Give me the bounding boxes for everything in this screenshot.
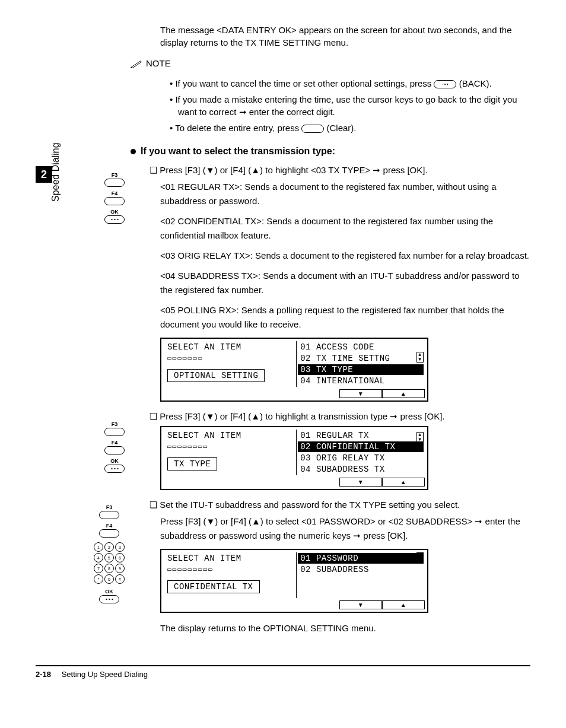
note-item: To delete the entire entry, press (Clear…: [178, 122, 530, 134]
lcd-item: 03 ORIG RELAY TX: [298, 453, 424, 463]
note-text: (BACK).: [459, 78, 492, 88]
lcd-item: [298, 587, 424, 597]
step-sub: <01 REGULAR TX>: Sends a document to the…: [160, 180, 530, 208]
side-label: Speed Dialing: [50, 142, 61, 202]
note-icon: [131, 59, 142, 68]
key-ok-label: OK: [105, 589, 113, 595]
lcd-box: CONFIDENTIAL TX: [167, 580, 260, 593]
key-stack-3: F3 F4 123 456 789 *0# OK ∘∘∘: [94, 504, 125, 603]
key-f3-label: F3: [112, 172, 118, 178]
key-ok: ∘∘∘: [104, 465, 125, 473]
key-stack-1: F3 F4 OK ∘∘∘: [104, 172, 125, 224]
lcd-item: 04 INTERNATIONAL: [298, 376, 424, 386]
lcd-progress: ▭▭▭▭▭▭▭▭▭: [167, 565, 292, 573]
lcd-title: SELECT AN ITEM: [167, 342, 292, 352]
step-sub: <03 ORIG RELAY TX>: Sends a document to …: [160, 249, 530, 263]
lcd-title: SELECT AN ITEM: [167, 431, 292, 440]
lcd-box: TX TYPE: [167, 457, 217, 471]
key-f4: [99, 529, 119, 538]
page-footer: 2-18 Setting Up Speed Dialing: [36, 665, 530, 679]
note-heading: NOTE: [131, 58, 530, 68]
back-button-icon: ◦∘∘: [434, 80, 456, 88]
step-sub: <04 SUBADDRESS TX>: Sends a document wit…: [160, 269, 530, 297]
lcd-progress: ▭▭▭▭▭▭▭: [167, 354, 292, 362]
key-ok: ∘∘∘: [99, 595, 119, 603]
lcd-nav: ▼▲: [164, 475, 425, 487]
note-item: If you made a mistake entering the time,…: [178, 93, 530, 118]
lcd-item: 04 SUBADDRESS TX: [298, 464, 424, 475]
key-f4-label: F4: [112, 190, 118, 196]
key-f4: [104, 197, 125, 205]
note-text: If you want to cancel the time or set ot…: [175, 78, 434, 88]
lcd-item: 02 SUBADDRESS: [298, 564, 424, 575]
key-f3-label: F3: [106, 504, 113, 510]
lcd-box: OPTIONAL SETTING: [167, 369, 265, 382]
lcd-item-selected: 01 PASSWORD: [298, 553, 424, 564]
lcd-screen-1: SELECT AN ITEM ▭▭▭▭▭▭▭ OPTIONAL SETTING …: [160, 338, 428, 402]
page-number: 2-18: [36, 670, 51, 679]
lcd-item: 02 TX TIME SETTNG: [298, 353, 424, 364]
chapter-number: 2: [36, 166, 52, 183]
section-heading: If you want to select the transmission t…: [131, 146, 530, 157]
lcd-screen-3: SELECT AN ITEM ▭▭▭▭▭▭▭▭▭ CONFIDENTIAL TX…: [160, 549, 428, 613]
lcd-nav: ▼▲: [164, 598, 425, 609]
key-ok-label: OK: [110, 209, 119, 215]
note-label: NOTE: [146, 58, 171, 68]
step-1: Press [F3] (▼) or [F4] (▲) to highlight …: [150, 164, 530, 176]
intro-text: The message <DATA ENTRY OK> appears on t…: [160, 24, 530, 49]
step-3: Set the ITU-T subaddress and password fo…: [150, 498, 530, 511]
key-ok-label: OK: [110, 458, 119, 464]
note-text: (Clear).: [327, 123, 357, 133]
key-f4-label: F4: [112, 440, 118, 446]
scroll-indicator: ▲▼: [416, 432, 424, 443]
scroll-indicator: ▲▼: [416, 352, 424, 363]
clear-button-icon: [301, 125, 324, 133]
key-f3: [104, 179, 125, 187]
lcd-item: 01 REGULAR TX: [298, 430, 424, 441]
step-sub: Press [F3] (▼) or [F4] (▲) to select <01…: [160, 514, 530, 543]
lcd-screen-2: SELECT AN ITEM ▭▭▭▭▭▭▭▭ TX TYPE 01 REGUL…: [160, 426, 428, 490]
lcd-progress: ▭▭▭▭▭▭▭▭: [167, 443, 292, 450]
step-sub: <05 POLLING RX>: Sends a polling request…: [160, 303, 530, 332]
numeric-keypad: 123 456 789 *0#: [94, 542, 125, 584]
step-sub: <02 CONFIDENTIAL TX>: Sends a document t…: [160, 214, 530, 243]
step-2: Press [F3] (▼) or [F4] (▲) to highlight …: [150, 410, 530, 422]
lcd-title: SELECT AN ITEM: [167, 554, 292, 563]
key-f3: [99, 511, 119, 519]
key-f3: [104, 428, 125, 436]
key-f4-label: F4: [106, 523, 113, 529]
lcd-item-selected: 03 TX TYPE: [298, 364, 424, 375]
key-f4: [104, 446, 125, 454]
lcd-item: 01 ACCESS CODE: [298, 342, 424, 352]
note-list: If you want to cancel the time or set ot…: [154, 77, 530, 134]
key-ok: ∘∘∘: [104, 215, 125, 224]
scroll-indicator: ▲▼: [416, 552, 424, 563]
note-text: To delete the entire entry, press: [175, 123, 301, 133]
key-stack-2: F3 F4 OK ∘∘∘: [104, 421, 125, 473]
note-item: If you want to cancel the time or set ot…: [178, 77, 530, 90]
key-f3-label: F3: [112, 421, 118, 427]
lcd-item: [298, 576, 424, 586]
lcd-nav: ▼▲: [164, 387, 425, 398]
footer-title: Setting Up Speed Dialing: [62, 670, 148, 679]
step-end: The display returns to the OPTIONAL SETT…: [160, 621, 530, 635]
lcd-item-selected: 02 CONFIDENTIAL TX: [298, 441, 424, 452]
